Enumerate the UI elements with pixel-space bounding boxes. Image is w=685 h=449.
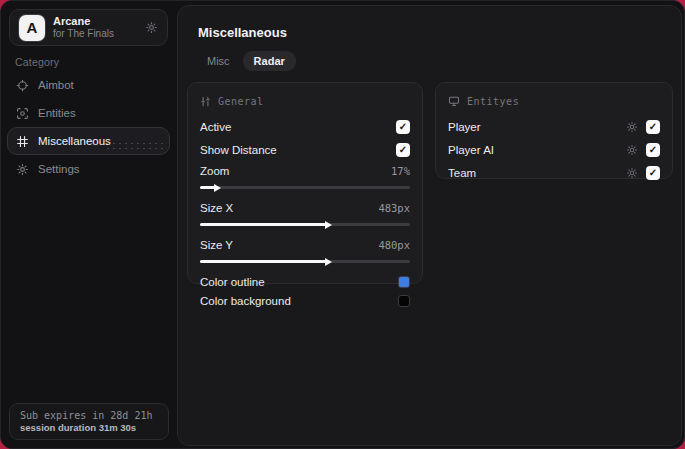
- monitor-icon: [448, 95, 460, 107]
- entities-card-title: Entityes: [467, 96, 519, 107]
- color-outline-row: Color outline: [200, 272, 410, 291]
- player-row: Player ✓: [448, 115, 660, 138]
- subscription-card: Sub expires in 28d 21h session duration …: [9, 403, 169, 440]
- app-window: A Arcane for The Finals Category: [0, 0, 685, 449]
- zoom-label: Zoom: [200, 165, 229, 177]
- sidebar-item-label: Miscellaneous: [38, 135, 111, 147]
- team-row: Team ✓: [448, 161, 660, 184]
- team-label: Team: [448, 167, 476, 179]
- color-background-swatch[interactable]: [398, 295, 410, 307]
- color-outline-label: Color outline: [200, 276, 265, 288]
- show-distance-checkbox[interactable]: ✓: [396, 143, 410, 157]
- player-ai-checkbox[interactable]: ✓: [646, 143, 660, 157]
- zoom-slider-thumb[interactable]: [214, 184, 221, 192]
- sliders-icon: [16, 135, 29, 148]
- tab-misc[interactable]: Misc: [196, 51, 241, 71]
- show-distance-label: Show Distance: [200, 144, 277, 156]
- zoom-slider[interactable]: [200, 186, 410, 189]
- entities-card: Entityes Player ✓ Player AI: [435, 82, 673, 179]
- size-x-slider[interactable]: [200, 223, 410, 226]
- size-y-slider[interactable]: [200, 260, 410, 263]
- size-x-slider-fill: [200, 223, 326, 226]
- size-y-row: Size Y 480px: [200, 235, 410, 255]
- sidebar-item-miscellaneous[interactable]: Miscellaneous: [7, 127, 170, 155]
- sidebar-item-label: Entities: [38, 107, 76, 119]
- size-y-slider-fill: [200, 260, 326, 263]
- zoom-value: 17%: [391, 165, 410, 177]
- sidebar-item-entities[interactable]: Entities: [7, 99, 170, 127]
- active-checkbox[interactable]: ✓: [396, 120, 410, 134]
- size-y-label: Size Y: [200, 239, 233, 251]
- general-card-title: General: [218, 96, 264, 107]
- main-panel: Miscellaneous Misc Radar General Active …: [177, 5, 682, 446]
- color-background-row: Color background: [200, 291, 410, 310]
- scan-eye-icon: [16, 107, 29, 120]
- team-checkbox[interactable]: ✓: [646, 166, 660, 180]
- player-ai-gear-icon[interactable]: [626, 144, 638, 156]
- app-subtitle: for The Finals: [53, 28, 137, 40]
- sidebar-item-label: Settings: [38, 163, 80, 175]
- player-ai-row: Player AI ✓: [448, 138, 660, 161]
- session-duration-text: session duration 31m 30s: [20, 422, 158, 433]
- gear-icon[interactable]: [145, 21, 158, 34]
- app-title: Arcane: [53, 15, 137, 28]
- general-card: General Active ✓ Show Distance ✓ Zoom 17…: [187, 82, 423, 284]
- player-checkbox[interactable]: ✓: [646, 120, 660, 134]
- color-outline-swatch[interactable]: [398, 276, 410, 288]
- logo-card: A Arcane for The Finals: [9, 9, 168, 46]
- general-card-header: General: [200, 93, 410, 109]
- gear-icon: [16, 163, 29, 176]
- size-x-label: Size X: [200, 202, 233, 214]
- player-ai-label: Player AI: [448, 144, 494, 156]
- active-row: Active ✓: [200, 115, 410, 138]
- sidebar-nav: Aimbot Entities Miscellaneous: [1, 71, 176, 183]
- sidebar-item-aimbot[interactable]: Aimbot: [7, 71, 170, 99]
- sub-expires-text: Sub expires in 28d 21h: [20, 410, 158, 421]
- show-distance-row: Show Distance ✓: [200, 138, 410, 161]
- tab-radar[interactable]: Radar: [243, 51, 296, 71]
- player-gear-icon[interactable]: [626, 121, 638, 133]
- size-y-value: 480px: [378, 239, 410, 251]
- sidebar-item-label: Aimbot: [38, 79, 74, 91]
- sidebar-item-settings[interactable]: Settings: [7, 155, 170, 183]
- app-logo: A: [19, 15, 45, 41]
- active-label: Active: [200, 121, 231, 133]
- size-y-slider-thumb[interactable]: [325, 258, 332, 266]
- size-x-slider-thumb[interactable]: [325, 221, 332, 229]
- entities-card-header: Entityes: [448, 93, 660, 109]
- player-label: Player: [448, 121, 481, 133]
- sliders-vertical-icon: [200, 96, 211, 107]
- color-background-label: Color background: [200, 295, 291, 307]
- logo-texts: Arcane for The Finals: [53, 15, 137, 39]
- zoom-row: Zoom 17%: [200, 161, 410, 181]
- crosshair-icon: [16, 79, 29, 92]
- tab-bar: Misc Radar: [196, 51, 296, 71]
- sidebar: A Arcane for The Finals Category: [1, 1, 176, 448]
- size-x-value: 483px: [378, 202, 410, 214]
- team-gear-icon[interactable]: [626, 167, 638, 179]
- size-x-row: Size X 483px: [200, 198, 410, 218]
- zoom-slider-fill: [200, 186, 215, 189]
- category-label: Category: [15, 56, 59, 68]
- page-title: Miscellaneous: [198, 25, 287, 40]
